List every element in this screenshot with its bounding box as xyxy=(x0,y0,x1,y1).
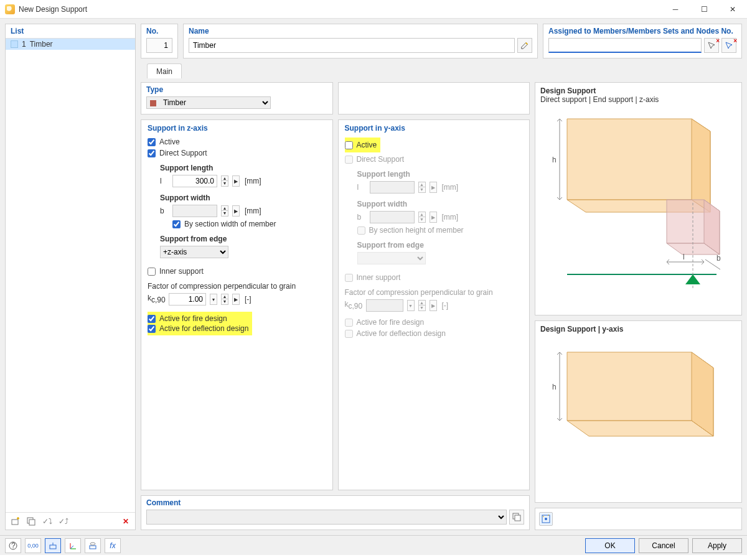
include-button[interactable]: ✓⤵ xyxy=(40,515,54,528)
view3-button[interactable] xyxy=(85,538,101,553)
preview-z-title: Design Support xyxy=(540,86,736,95)
y-width-spinner: ▲▼ xyxy=(418,212,426,223)
svg-rect-34 xyxy=(90,546,96,549)
support-z-header: Support in z-axis xyxy=(148,124,326,133)
y-inner-check: Inner support xyxy=(345,273,524,282)
y-edge-select xyxy=(357,252,426,264)
z-length-input[interactable] xyxy=(172,175,217,187)
help-button[interactable]: ? xyxy=(5,538,21,553)
z-fire-check[interactable]: Active for fire design xyxy=(148,314,248,323)
z-width-input xyxy=(172,205,217,217)
ok-button[interactable]: OK xyxy=(585,538,635,553)
y-width-header: Support width xyxy=(357,200,524,208)
fx-button[interactable]: fx xyxy=(105,538,121,553)
window-title: New Design Support xyxy=(19,5,661,14)
comment-copy-button[interactable] xyxy=(509,510,524,525)
y-factor-symbol: kc,90 xyxy=(345,300,362,310)
z-deflection-check[interactable]: Active for deflection design xyxy=(148,324,248,333)
y-length-header: Support length xyxy=(357,170,524,179)
main-area: No. Name Assigned to Members/Members Set… xyxy=(141,24,742,530)
title-bar: New Design Support ─ ☐ ✕ xyxy=(0,0,747,19)
help-icon: ? xyxy=(9,541,17,550)
number-input[interactable] xyxy=(146,38,172,53)
y-active-check[interactable]: Active xyxy=(345,141,377,149)
assigned-pick-button[interactable]: × xyxy=(704,38,719,53)
apply-button[interactable]: Apply xyxy=(692,538,742,553)
comment-header: Comment xyxy=(146,498,524,507)
z-factor-input[interactable] xyxy=(169,293,206,306)
z-length-spinner[interactable]: ▲▼ xyxy=(221,175,228,187)
list-item[interactable]: 1 Timber xyxy=(6,39,135,50)
z-factor-dd[interactable]: ▼ xyxy=(210,294,217,305)
y-length-unit: [mm] xyxy=(442,183,459,192)
copy-item-button[interactable] xyxy=(24,515,38,528)
support-y-panel: Support in y-axis Active Direct Support … xyxy=(338,119,530,490)
units-icon: 0,00 xyxy=(27,543,39,549)
y-factor-play: ▶ xyxy=(430,300,437,311)
svg-marker-13 xyxy=(685,274,700,284)
preview-z-panel: Design Support Direct support | End supp… xyxy=(535,82,742,315)
assigned-input[interactable] xyxy=(548,38,702,53)
minimize-button[interactable]: ─ xyxy=(661,0,690,18)
name-box: Name xyxy=(183,24,538,58)
preview-y-canvas: h xyxy=(540,334,736,458)
svg-marker-6 xyxy=(692,119,710,212)
z-by-section-check[interactable]: By section width of member xyxy=(160,220,326,228)
z-edge-select[interactable]: +z-axis xyxy=(160,246,228,258)
y-length-symbol: l xyxy=(357,183,366,192)
z-active-check[interactable]: Active xyxy=(148,138,326,146)
z-width-spinner: ▲▼ xyxy=(221,205,228,217)
z-width-symbol: b xyxy=(160,207,169,215)
view1-button[interactable] xyxy=(45,538,61,553)
y-width-play: ▶ xyxy=(430,212,437,223)
type-select[interactable]: Timber xyxy=(146,96,271,109)
new-item-button[interactable] xyxy=(8,515,22,528)
z-factor-play[interactable]: ▶ xyxy=(232,294,240,305)
y-factor-dd: ▼ xyxy=(407,300,415,311)
view2-icon xyxy=(68,541,77,550)
z-factor-symbol: kc,90 xyxy=(148,294,165,304)
view1-icon xyxy=(49,541,57,550)
comment-box: Comment xyxy=(141,495,530,530)
y-edge-header: Support from edge xyxy=(357,241,524,250)
y-width-input xyxy=(370,211,415,223)
preview-y-panel: Design Support | y-axis h xyxy=(535,320,742,503)
close-button[interactable]: ✕ xyxy=(718,0,747,18)
app-icon xyxy=(5,4,15,14)
tab-bar: Main xyxy=(141,62,742,78)
z-length-play[interactable]: ▶ xyxy=(232,175,240,187)
fx-icon: fx xyxy=(110,541,115,550)
maximize-button[interactable]: ☐ xyxy=(690,0,718,18)
config-icon xyxy=(541,514,551,524)
z-inner-check[interactable]: Inner support xyxy=(148,267,326,276)
z-factor-spinner[interactable]: ▲▼ xyxy=(221,294,228,305)
name-edit-button[interactable] xyxy=(517,38,532,53)
tab-main[interactable]: Main xyxy=(147,63,182,78)
view2-button[interactable] xyxy=(65,538,81,553)
delete-item-button[interactable]: ✕ xyxy=(119,515,133,528)
assigned-pick2-button[interactable]: × xyxy=(721,38,736,53)
z-edge-header: Support from edge xyxy=(160,235,326,243)
exclude-button[interactable]: ✓⤴ xyxy=(57,515,70,528)
svg-rect-2 xyxy=(29,520,35,525)
view3-icon xyxy=(88,541,97,550)
cancel-button[interactable]: Cancel xyxy=(639,538,688,553)
svg-rect-0 xyxy=(12,520,18,525)
preview-y-title: Design Support | y-axis xyxy=(540,325,736,334)
svg-point-26 xyxy=(545,518,547,520)
svg-text:h: h xyxy=(552,156,557,164)
comment-input[interactable] xyxy=(146,510,507,525)
z-width-unit: [mm] xyxy=(245,207,261,215)
units-button[interactable]: 0,00 xyxy=(25,538,41,553)
y-width-symbol: b xyxy=(357,213,366,222)
z-direct-check[interactable]: Direct Support xyxy=(148,149,326,157)
config-button[interactable] xyxy=(539,512,553,526)
type-spacer-box xyxy=(338,82,530,114)
name-input[interactable] xyxy=(189,38,515,53)
y-direct-check: Direct Support xyxy=(345,155,524,164)
y-by-section-check: By section height of member xyxy=(357,226,524,235)
z-length-header: Support length xyxy=(160,164,326,172)
bottom-bar: ? 0,00 fx OK Cancel Apply xyxy=(0,535,747,555)
number-header: No. xyxy=(146,27,172,35)
number-box: No. xyxy=(141,24,178,58)
